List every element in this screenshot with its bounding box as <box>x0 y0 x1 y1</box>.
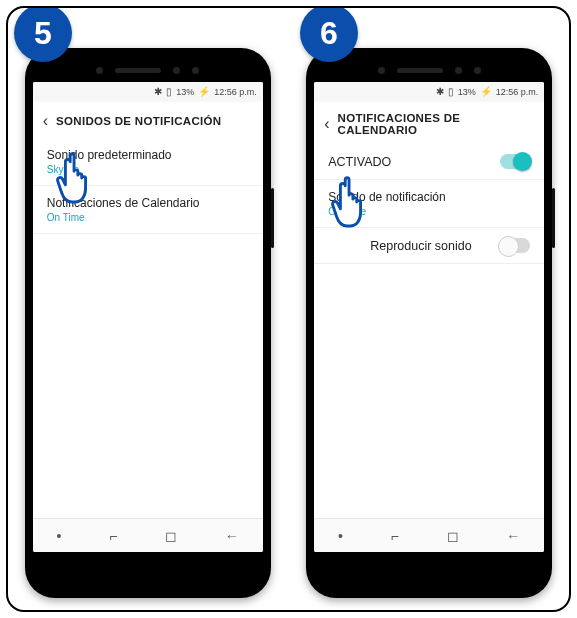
charge-icon: ⚡ <box>480 87 492 97</box>
charge-icon: ⚡ <box>198 87 210 97</box>
page-title: SONIDOS DE NOTIFICACIÓN <box>56 115 221 127</box>
bluetooth-icon: ✱ <box>436 87 444 97</box>
nav-home-icon[interactable]: ◻ <box>447 528 459 544</box>
nav-back-icon[interactable]: ← <box>225 528 239 544</box>
nav-dot-icon[interactable]: • <box>338 528 343 544</box>
back-icon[interactable]: ‹ <box>43 112 48 130</box>
nav-dot-icon[interactable]: • <box>57 528 62 544</box>
nav-recent-icon[interactable]: ⌐ <box>109 528 117 544</box>
nav-back-icon[interactable]: ← <box>506 528 520 544</box>
battery-icon: ▯ <box>166 87 172 97</box>
screen-header: ‹ SONIDOS DE NOTIFICACIÓN <box>33 102 263 138</box>
step-number: 5 <box>34 15 52 52</box>
battery-pct: 13% <box>176 87 194 97</box>
setting-calendar-notifications[interactable]: Notificaciones de Calendario On Time <box>33 186 263 234</box>
status-time: 12:56 p.m. <box>214 87 257 97</box>
nav-bar: • ⌐ ◻ ← <box>314 518 544 552</box>
setting-value: On Time <box>328 206 445 217</box>
status-bar: ✱ ▯ 13% ⚡ 12:56 p.m. <box>314 82 544 102</box>
screen-header: ‹ NOTIFICACIONES DE CALENDARIO <box>314 102 544 144</box>
phone-sensor-bar <box>33 58 263 82</box>
setting-notification-sound[interactable]: Sonido de notificación On Time <box>314 180 544 228</box>
tutorial-frame: 5 6 ✱ ▯ 13% ⚡ 12:56 p.m. ‹ SONIDOS DE N <box>6 6 571 612</box>
setting-default-sound[interactable]: Sonido predeterminado Skyline <box>33 138 263 186</box>
setting-title: ACTIVADO <box>328 155 391 169</box>
battery-icon: ▯ <box>448 87 454 97</box>
toggle-play-sound[interactable] <box>500 238 530 253</box>
setting-activated[interactable]: ACTIVADO <box>314 144 544 180</box>
phone-screen: ✱ ▯ 13% ⚡ 12:56 p.m. ‹ SONIDOS DE NOTIFI… <box>33 82 263 552</box>
setting-value: On Time <box>47 212 200 223</box>
setting-title: Sonido de notificación <box>328 190 445 204</box>
setting-title: Notificaciones de Calendario <box>47 196 200 210</box>
phone-mockup-6: ✱ ▯ 13% ⚡ 12:56 p.m. ‹ NOTIFICACIONES DE… <box>306 48 552 598</box>
toggle-activated[interactable] <box>500 154 530 169</box>
page-title: NOTIFICACIONES DE CALENDARIO <box>338 112 533 136</box>
step-number: 6 <box>320 15 338 52</box>
setting-title: Sonido predeterminado <box>47 148 172 162</box>
setting-play-sound[interactable]: Reproducir sonido <box>314 228 544 264</box>
phone-screen: ✱ ▯ 13% ⚡ 12:56 p.m. ‹ NOTIFICACIONES DE… <box>314 82 544 552</box>
settings-list: Sonido predeterminado Skyline Notificaci… <box>33 138 263 518</box>
status-time: 12:56 p.m. <box>496 87 539 97</box>
nav-home-icon[interactable]: ◻ <box>165 528 177 544</box>
setting-value: Skyline <box>47 164 172 175</box>
phone-mockup-5: ✱ ▯ 13% ⚡ 12:56 p.m. ‹ SONIDOS DE NOTIFI… <box>25 48 271 598</box>
nav-bar: • ⌐ ◻ ← <box>33 518 263 552</box>
back-icon[interactable]: ‹ <box>324 115 329 133</box>
nav-recent-icon[interactable]: ⌐ <box>391 528 399 544</box>
status-bar: ✱ ▯ 13% ⚡ 12:56 p.m. <box>33 82 263 102</box>
phone-sensor-bar <box>314 58 544 82</box>
bluetooth-icon: ✱ <box>154 87 162 97</box>
battery-pct: 13% <box>458 87 476 97</box>
step-badge-5: 5 <box>14 6 72 62</box>
phones-row: 5 6 ✱ ▯ 13% ⚡ 12:56 p.m. ‹ SONIDOS DE N <box>8 8 569 610</box>
settings-list: ACTIVADO Sonido de notificación On Time … <box>314 144 544 518</box>
setting-title: Reproducir sonido <box>328 239 471 253</box>
step-badge-6: 6 <box>300 6 358 62</box>
